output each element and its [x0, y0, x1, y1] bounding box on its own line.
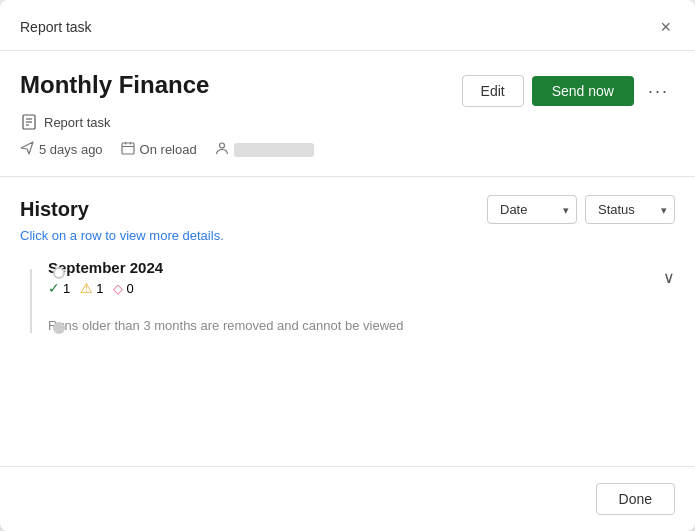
- warning-icon: ⚠: [80, 280, 93, 296]
- svg-rect-4: [122, 143, 134, 154]
- timeline-dot-sep2024: [53, 267, 65, 279]
- modal-header: Report task ×: [0, 0, 695, 51]
- timeline-stats-sep2024: ✓ 1 ⚠ 1 ◇ 0: [48, 280, 163, 296]
- sent-ago-item: 5 days ago: [20, 141, 103, 158]
- success-icon: ✓: [48, 280, 60, 296]
- modal-footer: Done: [0, 466, 695, 531]
- history-hint: Click on a row to view more details.: [20, 228, 675, 243]
- success-count: 1: [63, 281, 70, 296]
- timeline-line: [30, 269, 32, 333]
- history-title: History: [20, 198, 89, 221]
- task-name: Monthly Finance: [20, 71, 209, 99]
- timeline-item-old: Runs older than 3 months are removed and…: [48, 308, 675, 333]
- close-button[interactable]: ×: [656, 16, 675, 38]
- history-header: History Date Status: [20, 195, 675, 224]
- timeline-dot-old: [53, 322, 65, 334]
- task-meta-row: 5 days ago On reload: [20, 141, 675, 158]
- task-header-row: Monthly Finance Edit Send now ···: [20, 71, 675, 107]
- date-filter-select[interactable]: Date: [487, 195, 577, 224]
- task-actions: Edit Send now ···: [462, 75, 675, 107]
- warning-count: 1: [96, 281, 103, 296]
- status-filter-select[interactable]: Status: [585, 195, 675, 224]
- expand-icon-sep2024[interactable]: ∨: [663, 268, 675, 287]
- diamond-icon: ◇: [113, 281, 123, 296]
- modal-title: Report task: [20, 19, 92, 35]
- history-filters: Date Status: [487, 195, 675, 224]
- task-type-row: Report task: [20, 113, 675, 131]
- old-runs-note: Runs older than 3 months are removed and…: [48, 308, 675, 333]
- reload-label: On reload: [140, 142, 197, 157]
- report-task-icon: [20, 113, 38, 131]
- status-filter-wrapper: Status: [585, 195, 675, 224]
- timeline-item-header-sep2024[interactable]: September 2024 ✓ 1 ⚠ 1 ◇: [48, 259, 675, 296]
- warning-stat: ⚠ 1: [80, 280, 103, 296]
- reload-item: On reload: [121, 141, 197, 158]
- history-timeline: September 2024 ✓ 1 ⚠ 1 ◇: [20, 259, 675, 333]
- task-type-label: Report task: [44, 115, 110, 130]
- user-icon: [215, 141, 229, 158]
- other-count: 0: [126, 281, 133, 296]
- timeline-month-sep2024: September 2024: [48, 259, 163, 276]
- calendar-icon: [121, 141, 135, 158]
- date-filter-wrapper: Date: [487, 195, 577, 224]
- user-item: [215, 141, 314, 158]
- send-now-button[interactable]: Send now: [532, 76, 634, 106]
- user-avatar-placeholder: [234, 143, 314, 157]
- history-section: History Date Status Click on a row to vi…: [0, 177, 695, 345]
- svg-point-8: [219, 143, 224, 148]
- more-options-button[interactable]: ···: [642, 77, 675, 106]
- done-button[interactable]: Done: [596, 483, 675, 515]
- timeline-item-sep2024[interactable]: September 2024 ✓ 1 ⚠ 1 ◇: [48, 259, 675, 296]
- send-icon: [20, 141, 34, 158]
- edit-button[interactable]: Edit: [462, 75, 524, 107]
- timeline-item-content: September 2024 ✓ 1 ⚠ 1 ◇: [48, 259, 163, 296]
- report-task-modal: Report task × Monthly Finance Edit Send …: [0, 0, 695, 531]
- success-stat: ✓ 1: [48, 280, 70, 296]
- sent-ago-label: 5 days ago: [39, 142, 103, 157]
- modal-body: Monthly Finance Edit Send now ··· Report…: [0, 51, 695, 176]
- other-stat: ◇ 0: [113, 281, 133, 296]
